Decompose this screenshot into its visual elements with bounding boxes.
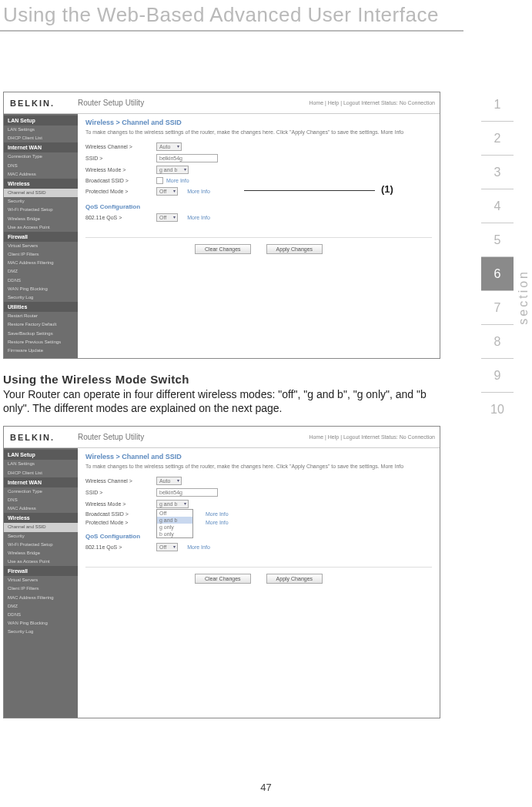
side-item[interactable]: Wireless Bridge	[4, 215, 78, 223]
qos-select[interactable]: Off	[156, 543, 178, 551]
nav-4[interactable]: 4	[481, 189, 514, 223]
clear-changes-button[interactable]: Clear Changes	[195, 574, 251, 584]
side-item[interactable]: MAC Address Filtering	[4, 594, 78, 602]
ss1-sidebar: LAN Setup LAN Settings DHCP Client List …	[4, 114, 78, 358]
apply-changes-button[interactable]: Apply Changes	[266, 244, 323, 254]
side-item[interactable]: Security	[4, 532, 78, 541]
side-item[interactable]: Restore Factory Default	[4, 320, 78, 329]
desc-text: To make changes to the wireless settings…	[85, 129, 432, 135]
mode-option-bonly[interactable]: b only	[157, 531, 192, 537]
side-item[interactable]: Use as Access Point	[4, 558, 78, 566]
apply-changes-button[interactable]: Apply Changes	[266, 574, 323, 584]
more-info-link[interactable]: More Info	[187, 544, 210, 550]
side-channel-ssid[interactable]: Channel and SSID	[4, 189, 78, 197]
side-item[interactable]: Wireless Bridge	[4, 549, 78, 558]
mode-option-off[interactable]: Off	[157, 510, 192, 517]
clear-changes-button[interactable]: Clear Changes	[195, 244, 251, 254]
side-item[interactable]: DMZ	[4, 267, 78, 276]
breadcrumb: Wireless > Channel and SSID	[85, 453, 432, 460]
nav-7[interactable]: 7	[481, 291, 514, 325]
side-item[interactable]: Restart Router	[4, 312, 78, 320]
nav-8[interactable]: 8	[481, 325, 514, 359]
side-item[interactable]: Restore Previous Settings	[4, 338, 78, 347]
router-setup-title: Router Setup Utility	[78, 433, 309, 441]
side-item[interactable]: DDNS	[4, 276, 78, 285]
broadcast-checkbox[interactable]	[156, 177, 163, 184]
nav-9[interactable]: 9	[481, 359, 514, 393]
ssid-label: SSID >	[85, 490, 156, 495]
ssid-input[interactable]: belkin54g	[156, 488, 218, 497]
side-item[interactable]: Security	[4, 197, 78, 206]
side-item[interactable]: Firmware Update	[4, 347, 78, 355]
section-label: section	[517, 270, 530, 325]
nav-3[interactable]: 3	[481, 156, 514, 189]
mode-label: Wireless Mode >	[85, 501, 156, 507]
more-info-link[interactable]: More Info	[187, 215, 210, 220]
side-item[interactable]: DMZ	[4, 602, 78, 611]
body-paragraph: Your Router can operate in four differen…	[3, 387, 434, 415]
side-firewall: Firewall	[4, 232, 78, 242]
side-item[interactable]: Use as Access Point	[4, 223, 78, 232]
channel-select[interactable]: Auto	[156, 477, 182, 485]
side-item[interactable]: Virtual Servers	[4, 576, 78, 584]
side-item[interactable]: DNS	[4, 162, 78, 170]
side-item[interactable]: Wi-Fi Protected Setup	[4, 541, 78, 549]
side-item[interactable]: WAN Ping Blocking	[4, 619, 78, 628]
content: BELKIN. Router Setup Utility Home | Help…	[3, 92, 442, 718]
nav-10[interactable]: 10	[481, 393, 514, 427]
broadcast-label: Broadcast SSID >	[85, 178, 156, 183]
side-item[interactable]: Connection Type	[4, 487, 78, 496]
qos-label: 802.11e QoS >	[85, 544, 156, 550]
nav-1[interactable]: 1	[481, 88, 514, 122]
router-setup-title: Router Setup Utility	[78, 99, 309, 107]
side-channel-ssid[interactable]: Channel and SSID	[4, 523, 78, 531]
side-item[interactable]: Connection Type	[4, 152, 78, 161]
more-info-link[interactable]: More Info	[206, 520, 229, 525]
top-links[interactable]: Home | Help | Logout Internet Status: No…	[309, 434, 440, 440]
nav-2[interactable]: 2	[481, 122, 514, 156]
side-utilities: Utilities	[4, 302, 78, 312]
side-item[interactable]: Wi-Fi Protected Setup	[4, 206, 78, 214]
side-item[interactable]: LAN Settings	[4, 460, 78, 468]
ss2-sidebar: LAN Setup LAN Settings DHCP Client List …	[4, 448, 78, 718]
mode-option-gonly[interactable]: g only	[157, 524, 192, 531]
mode-dropdown-open[interactable]: Off g and b g only b only	[156, 509, 193, 538]
side-item[interactable]: Security Log	[4, 293, 78, 302]
callout-line	[244, 190, 375, 191]
ssid-input[interactable]: belkin54g	[156, 154, 218, 162]
qos-label: 802.11e QoS >	[85, 215, 156, 220]
side-item[interactable]: Save/Backup Settings	[4, 330, 78, 338]
channel-select[interactable]: Auto	[156, 142, 182, 151]
side-item[interactable]: DHCP Client List	[4, 134, 78, 142]
side-item[interactable]: DNS	[4, 496, 78, 504]
side-wan: Internet WAN	[4, 477, 78, 487]
side-item[interactable]: DHCP Client List	[4, 469, 78, 477]
more-info-link[interactable]: More Info	[206, 511, 229, 517]
nav-5[interactable]: 5	[481, 223, 514, 257]
mode-label: Wireless Mode >	[85, 167, 156, 172]
side-item[interactable]: Client IP Filters	[4, 584, 78, 593]
protected-select[interactable]: Off	[156, 187, 178, 196]
top-links[interactable]: Home | Help | Logout Internet Status: No…	[309, 100, 440, 105]
more-info-link[interactable]: More Info	[166, 178, 189, 183]
side-lan: LAN Setup	[4, 116, 78, 126]
side-item[interactable]: MAC Address	[4, 170, 78, 179]
side-item[interactable]: LAN Settings	[4, 126, 78, 134]
more-info-link[interactable]: More Info	[187, 189, 210, 194]
ss1-main: Wireless > Channel and SSID To make chan…	[78, 114, 440, 358]
breadcrumb: Wireless > Channel and SSID	[85, 119, 432, 126]
side-item[interactable]: Virtual Servers	[4, 242, 78, 250]
side-item[interactable]: WAN Ping Blocking	[4, 285, 78, 293]
side-item[interactable]: DDNS	[4, 611, 78, 619]
qos-select[interactable]: Off	[156, 213, 178, 222]
mode-select[interactable]: g and b	[156, 500, 189, 508]
side-item[interactable]: Client IP Filters	[4, 250, 78, 259]
belkin-logo: BELKIN.	[4, 99, 78, 108]
side-item[interactable]: MAC Address	[4, 504, 78, 513]
side-item[interactable]: MAC Address Filtering	[4, 259, 78, 267]
nav-6[interactable]: 6	[481, 257, 514, 291]
side-item[interactable]: Security Log	[4, 628, 78, 636]
side-lan: LAN Setup	[4, 450, 78, 460]
mode-option-gandb[interactable]: g and b	[157, 517, 192, 524]
mode-select[interactable]: g and b	[156, 166, 189, 174]
